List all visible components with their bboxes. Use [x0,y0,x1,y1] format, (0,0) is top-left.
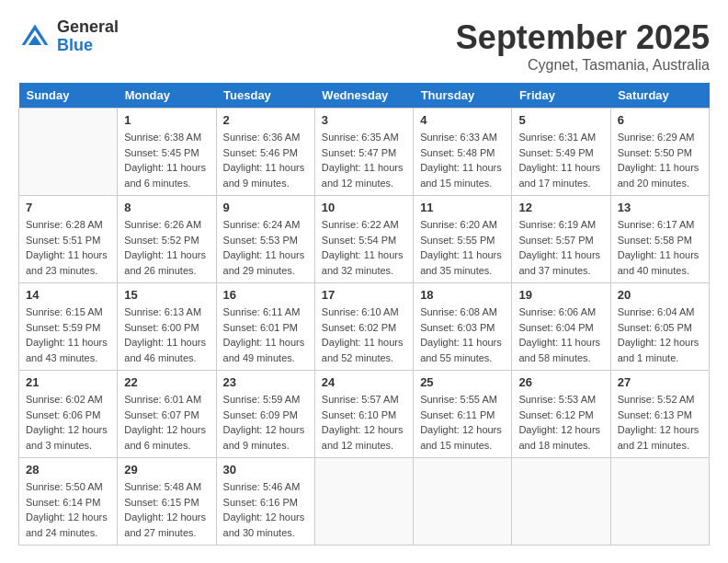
day-of-week-header: Thursday [414,83,512,109]
page-header: General Blue September 2025 Cygnet, Tasm… [18,18,710,74]
day-info: Sunrise: 6:15 AMSunset: 5:59 PMDaylight:… [26,304,110,365]
day-info: Sunrise: 6:22 AMSunset: 5:54 PMDaylight:… [322,217,406,278]
calendar-day-cell: 22Sunrise: 6:01 AMSunset: 6:07 PMDayligh… [118,371,216,458]
calendar-day-cell: 4Sunrise: 6:33 AMSunset: 5:48 PMDaylight… [414,109,512,196]
day-number: 19 [518,288,603,302]
day-info: Sunrise: 5:53 AMSunset: 6:12 PMDaylight:… [518,392,603,453]
day-number: 17 [322,288,406,302]
day-info: Sunrise: 6:17 AMSunset: 5:58 PMDaylight:… [618,217,702,278]
day-info: Sunrise: 6:06 AMSunset: 6:04 PMDaylight:… [518,304,603,365]
calendar-day-cell: 2Sunrise: 6:36 AMSunset: 5:46 PMDaylight… [216,109,314,196]
day-number: 8 [124,201,209,214]
day-number: 11 [420,201,505,214]
day-number: 29 [124,463,209,477]
day-number: 18 [420,288,505,302]
calendar-day-cell: 30Sunrise: 5:46 AMSunset: 6:16 PMDayligh… [216,458,314,546]
day-number: 21 [26,375,110,389]
day-number: 9 [223,201,308,214]
day-info: Sunrise: 6:19 AMSunset: 5:57 PMDaylight:… [518,217,603,278]
day-number: 16 [223,288,308,302]
calendar-day-cell: 21Sunrise: 6:02 AMSunset: 6:06 PMDayligh… [19,371,118,458]
day-number: 1 [124,113,209,127]
day-number: 4 [420,113,505,127]
day-info: Sunrise: 5:46 AMSunset: 6:16 PMDaylight:… [223,479,308,540]
day-number: 6 [618,113,702,127]
calendar-day-cell: 15Sunrise: 6:13 AMSunset: 6:00 PMDayligh… [118,283,216,371]
calendar-day-cell: 12Sunrise: 6:19 AMSunset: 5:57 PMDayligh… [512,196,610,283]
day-info: Sunrise: 6:20 AMSunset: 5:55 PMDaylight:… [420,217,505,278]
calendar-day-cell: 3Sunrise: 6:35 AMSunset: 5:47 PMDaylight… [314,109,413,196]
day-info: Sunrise: 6:11 AMSunset: 6:01 PMDaylight:… [223,304,308,365]
calendar-day-cell: 10Sunrise: 6:22 AMSunset: 5:54 PMDayligh… [314,196,413,283]
day-info: Sunrise: 5:52 AMSunset: 6:13 PMDaylight:… [618,392,702,453]
month-title: September 2025 [456,18,710,57]
day-number: 5 [518,113,603,127]
day-number: 20 [618,288,702,302]
calendar-day-cell: 14Sunrise: 6:15 AMSunset: 5:59 PMDayligh… [19,283,118,371]
day-number: 24 [322,375,406,389]
day-number: 7 [26,201,110,214]
calendar-day-cell: 11Sunrise: 6:20 AMSunset: 5:55 PMDayligh… [414,196,512,283]
day-number: 22 [124,375,209,389]
calendar-day-cell: 18Sunrise: 6:08 AMSunset: 6:03 PMDayligh… [414,283,512,371]
calendar-day-cell: 26Sunrise: 5:53 AMSunset: 6:12 PMDayligh… [512,371,610,458]
calendar-day-cell [414,458,512,546]
calendar-day-cell [314,458,413,546]
day-number: 12 [518,201,603,214]
day-number: 3 [322,113,406,127]
day-info: Sunrise: 6:35 AMSunset: 5:47 PMDaylight:… [322,130,406,190]
day-of-week-header: Saturday [610,83,709,109]
calendar-header-row: SundayMondayTuesdayWednesdayThursdayFrid… [19,83,710,109]
logo-icon [18,20,51,53]
day-info: Sunrise: 5:48 AMSunset: 6:15 PMDaylight:… [124,479,209,540]
calendar-table: SundayMondayTuesdayWednesdayThursdayFrid… [18,83,710,546]
day-info: Sunrise: 6:04 AMSunset: 6:05 PMDaylight:… [618,304,702,365]
title-block: September 2025 Cygnet, Tasmania, Austral… [456,18,710,74]
calendar-day-cell [19,109,118,196]
day-info: Sunrise: 5:59 AMSunset: 6:09 PMDaylight:… [223,392,308,453]
day-number: 30 [223,463,308,477]
calendar-day-cell: 8Sunrise: 6:26 AMSunset: 5:52 PMDaylight… [118,196,216,283]
calendar-week-row: 21Sunrise: 6:02 AMSunset: 6:06 PMDayligh… [19,371,710,458]
calendar-day-cell: 16Sunrise: 6:11 AMSunset: 6:01 PMDayligh… [216,283,314,371]
day-number: 13 [618,201,702,214]
calendar-day-cell [512,458,610,546]
calendar-day-cell: 24Sunrise: 5:57 AMSunset: 6:10 PMDayligh… [314,371,413,458]
day-info: Sunrise: 6:26 AMSunset: 5:52 PMDaylight:… [124,217,209,278]
day-info: Sunrise: 6:33 AMSunset: 5:48 PMDaylight:… [420,130,505,190]
calendar-day-cell: 19Sunrise: 6:06 AMSunset: 6:04 PMDayligh… [512,283,610,371]
day-number: 15 [124,288,209,302]
day-number: 23 [223,375,308,389]
day-info: Sunrise: 5:55 AMSunset: 6:11 PMDaylight:… [420,392,505,453]
day-of-week-header: Tuesday [216,83,314,109]
calendar-day-cell: 20Sunrise: 6:04 AMSunset: 6:05 PMDayligh… [610,283,709,371]
calendar-day-cell: 6Sunrise: 6:29 AMSunset: 5:50 PMDaylight… [610,109,709,196]
location: Cygnet, Tasmania, Australia [456,57,710,74]
day-number: 10 [322,201,406,214]
day-info: Sunrise: 6:02 AMSunset: 6:06 PMDaylight:… [26,392,110,453]
calendar-day-cell: 7Sunrise: 6:28 AMSunset: 5:51 PMDaylight… [19,196,118,283]
day-of-week-header: Sunday [19,83,118,109]
calendar-day-cell: 29Sunrise: 5:48 AMSunset: 6:15 PMDayligh… [118,458,216,546]
day-of-week-header: Friday [512,83,610,109]
calendar-day-cell: 25Sunrise: 5:55 AMSunset: 6:11 PMDayligh… [414,371,512,458]
day-info: Sunrise: 6:38 AMSunset: 5:45 PMDaylight:… [124,130,209,190]
calendar-day-cell: 23Sunrise: 5:59 AMSunset: 6:09 PMDayligh… [216,371,314,458]
logo: General Blue [18,18,119,55]
day-number: 28 [26,463,110,477]
day-info: Sunrise: 6:31 AMSunset: 5:49 PMDaylight:… [518,130,603,190]
day-info: Sunrise: 6:28 AMSunset: 5:51 PMDaylight:… [26,217,110,278]
day-of-week-header: Wednesday [314,83,413,109]
calendar-week-row: 28Sunrise: 5:50 AMSunset: 6:14 PMDayligh… [19,458,710,546]
day-info: Sunrise: 6:01 AMSunset: 6:07 PMDaylight:… [124,392,209,453]
day-number: 2 [223,113,308,127]
day-info: Sunrise: 6:36 AMSunset: 5:46 PMDaylight:… [223,130,308,190]
day-info: Sunrise: 6:10 AMSunset: 6:02 PMDaylight:… [322,304,406,365]
day-info: Sunrise: 6:08 AMSunset: 6:03 PMDaylight:… [420,304,505,365]
calendar-day-cell: 13Sunrise: 6:17 AMSunset: 5:58 PMDayligh… [610,196,709,283]
calendar-week-row: 7Sunrise: 6:28 AMSunset: 5:51 PMDaylight… [19,196,710,283]
day-info: Sunrise: 5:50 AMSunset: 6:14 PMDaylight:… [26,479,110,540]
day-info: Sunrise: 6:29 AMSunset: 5:50 PMDaylight:… [618,130,702,190]
calendar-week-row: 1Sunrise: 6:38 AMSunset: 5:45 PMDaylight… [19,109,710,196]
day-info: Sunrise: 5:57 AMSunset: 6:10 PMDaylight:… [322,392,406,453]
